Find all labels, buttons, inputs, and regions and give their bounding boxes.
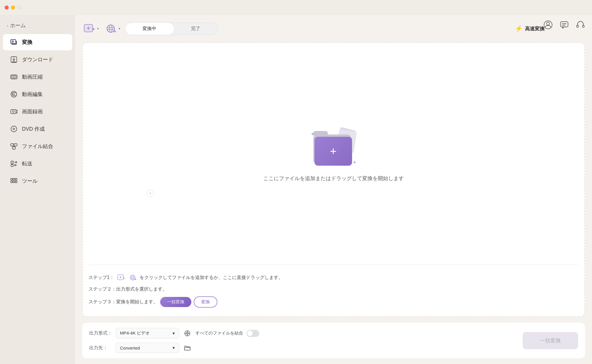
sidebar-label-edit: 動画編集 <box>22 91 43 98</box>
step1-prefix: ステップ1： <box>88 275 114 281</box>
format-row: 出力形式： MP4-4K ビデオ ▾ <box>89 328 259 339</box>
maximize-button[interactable] <box>17 5 21 10</box>
titlebar <box>0 0 592 15</box>
user-icon[interactable] <box>542 19 554 31</box>
convert-all-button[interactable]: 一括変換 <box>523 332 578 349</box>
svg-rect-18 <box>11 144 14 146</box>
traffic-lights <box>5 5 21 10</box>
sparkle-icon-2: ✦ <box>352 159 357 166</box>
edit-icon <box>10 90 18 98</box>
output-row: 出力先： Converted ▾ <box>89 343 259 353</box>
output-dropdown-icon: ▾ <box>173 345 175 350</box>
sidebar-home[interactable]: ‹ ホーム <box>0 20 75 34</box>
tabs-container: 変換中 完了 <box>125 23 218 35</box>
svg-point-63 <box>130 275 135 280</box>
merge-row: すべてのファイルを結合 <box>195 330 259 337</box>
folder-illustration: + ✦ ✦ <box>310 129 357 169</box>
add-file-button[interactable]: ▾ <box>82 21 100 36</box>
sidebar-collapse-button[interactable]: ‹ <box>147 190 154 197</box>
sidebar-label-dvd: DVD 作成 <box>22 125 45 132</box>
transfer-icon <box>10 160 18 168</box>
sidebar-label-merge: ファイル結合 <box>22 143 53 150</box>
svg-point-71 <box>187 333 188 334</box>
svg-point-14 <box>12 111 14 112</box>
chevron-left-icon: ‹ <box>7 23 8 28</box>
header-left: ▾ ▾ <box>82 21 218 36</box>
add-url-button[interactable]: ▾ <box>103 21 121 36</box>
tab-done[interactable]: 完了 <box>174 23 218 35</box>
step1-add-url-icon <box>128 273 137 282</box>
sidebar-label-convert: 変換 <box>22 39 32 46</box>
high-speed-label: 高速変換 <box>525 25 545 32</box>
format-label: 出力形式： <box>89 330 112 336</box>
sidebar-item-record[interactable]: 画面録画 <box>3 104 72 120</box>
folder-plus-icon: + <box>330 145 336 157</box>
dropzone-steps: ステップ1： <box>88 265 579 308</box>
svg-rect-35 <box>11 181 12 183</box>
close-button[interactable] <box>5 5 9 10</box>
batch-convert-step-button[interactable]: 一括変換 <box>160 297 191 307</box>
sidebar-item-convert[interactable]: 変換 <box>3 34 72 50</box>
step3-prefix: ステップ３：変換を開始します。 <box>88 299 158 305</box>
compress-icon <box>10 73 18 81</box>
svg-rect-32 <box>11 178 12 180</box>
toggle-thumb <box>247 330 253 336</box>
bottom-left: 出力形式： MP4-4K ビデオ ▾ <box>89 328 259 353</box>
sidebar: ‹ ホーム 変換 ダウンロード <box>0 15 75 364</box>
step1-suffix: をクリックしてファイルを追加するか、ここに直接ドラッグします。 <box>140 275 283 281</box>
format-value: MP4-4K ビデオ <box>120 330 150 336</box>
home-label: ホーム <box>10 22 26 29</box>
sidebar-label-transfer: 転送 <box>22 160 32 167</box>
svg-rect-13 <box>11 110 16 114</box>
minimize-button[interactable] <box>11 5 15 10</box>
output-value: Converted <box>120 345 140 350</box>
sidebar-item-download[interactable]: ダウンロード <box>3 51 72 68</box>
dropzone-hint: ここにファイルを追加またはドラッグして変換を開始します <box>263 175 404 182</box>
sidebar-label-download: ダウンロード <box>22 56 53 63</box>
sidebar-item-compress[interactable]: 動画圧縮 <box>3 69 72 85</box>
sidebar-item-merge[interactable]: ファイル結合 <box>3 138 72 154</box>
svg-rect-33 <box>13 178 15 180</box>
add-file-dropdown-icon: ▾ <box>97 27 99 31</box>
svg-rect-20 <box>12 147 15 149</box>
format-select[interactable]: MP4-4K ビデオ ▾ <box>116 328 179 339</box>
step-3-row: ステップ３：変換を開始します。 一括変換 変換 <box>88 296 579 308</box>
convert-step-button[interactable]: 変換 <box>194 296 217 308</box>
sidebar-item-tools[interactable]: ツール <box>3 173 72 189</box>
format-dropdown-icon: ▾ <box>173 331 175 336</box>
high-speed-button[interactable]: ⚡ 高速変換 <box>515 25 545 32</box>
svg-rect-1 <box>12 40 14 43</box>
folder-front: + <box>314 137 352 166</box>
svg-rect-37 <box>15 181 17 183</box>
dropzone[interactable]: + ✦ ✦ ここにファイルを追加またはドラッグして変換を開始します ステップ1： <box>82 42 585 317</box>
sidebar-item-edit[interactable]: 動画編集 <box>3 86 72 102</box>
svg-point-39 <box>547 22 550 25</box>
sidebar-item-transfer[interactable]: 転送 <box>3 156 72 172</box>
step1-add-file-icon <box>116 273 126 282</box>
content-wrapper: ‹ <box>75 15 592 364</box>
tab-converting[interactable]: 変換中 <box>125 23 174 35</box>
convert-icon <box>10 38 18 46</box>
sidebar-label-compress: 動画圧縮 <box>22 73 43 80</box>
main-content: ▾ ▾ <box>75 15 592 364</box>
sidebar-label-tools: ツール <box>22 178 38 184</box>
svg-rect-36 <box>13 181 15 183</box>
svg-rect-40 <box>560 22 568 27</box>
folder-open-button[interactable] <box>183 343 192 352</box>
output-select[interactable]: Converted ▾ <box>116 343 179 353</box>
dropzone-upper: + ✦ ✦ ここにファイルを追加またはドラッグして変換を開始します <box>88 54 579 265</box>
dvd-icon <box>10 125 18 133</box>
sidebar-label-record: 画面録画 <box>22 108 43 115</box>
lightning-icon: ⚡ <box>515 25 523 32</box>
step-2-row: ステップ２：出力形式を選択します。 <box>88 286 579 292</box>
svg-point-64 <box>132 275 134 280</box>
sidebar-item-dvd[interactable]: DVD 作成 <box>3 121 72 137</box>
merge-toggle[interactable] <box>247 330 259 337</box>
headphone-icon[interactable] <box>575 19 586 31</box>
svg-rect-34 <box>15 178 17 180</box>
chat-icon[interactable] <box>558 19 570 31</box>
record-icon <box>10 108 18 116</box>
quality-settings-icon[interactable] <box>183 329 192 338</box>
merge-label: すべてのファイルを結合 <box>195 330 243 336</box>
sparkle-icon-1: ✦ <box>310 131 315 137</box>
